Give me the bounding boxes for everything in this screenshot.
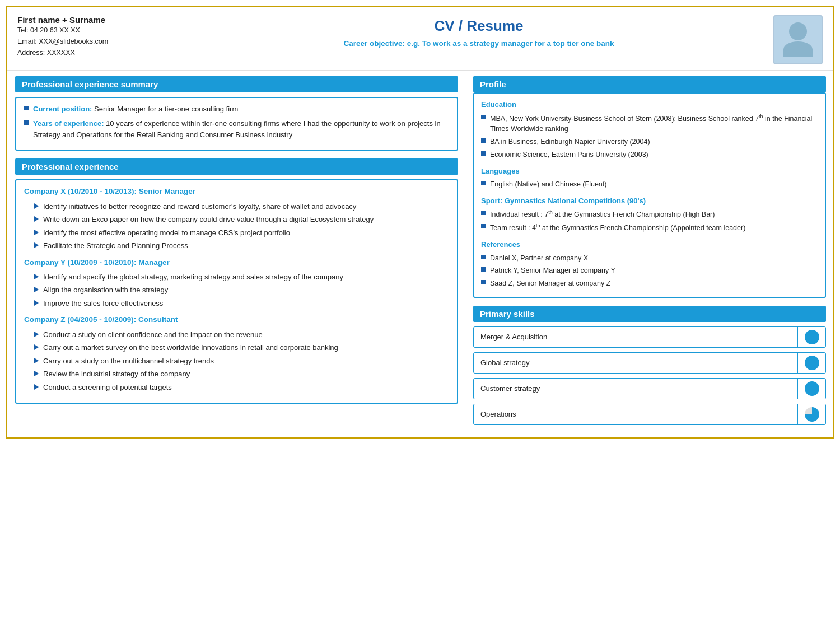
bullet-sq [481, 181, 486, 185]
bullet-tri-icon [34, 344, 39, 350]
education-bullet-1: MBA, New York University-Business School… [481, 113, 818, 135]
avatar-icon [783, 22, 813, 57]
bullet-tri-icon [34, 216, 39, 222]
exp-bullet: Carry out a market survey on the best wo… [34, 342, 449, 353]
exp-bullet: Identify the most effective operating mo… [34, 227, 449, 239]
bullet-sq [481, 138, 486, 143]
company-z-title: Company Z (04/2005 - 10/2009): Consultan… [24, 314, 449, 325]
avatar [773, 15, 823, 64]
summary-text-1: Current position: Senior Manager for a t… [33, 104, 238, 115]
education-section: Education MBA, New York University-Busin… [481, 99, 818, 160]
company-z-bullets: Conduct a study on client confidence and… [34, 329, 449, 393]
experience-box: Company X (10/2010 - 10/2013): Senior Ma… [15, 179, 458, 404]
bullet-sq [481, 280, 486, 284]
address: Address: XXXXXX [17, 47, 197, 58]
skills-section-header: Primary skills [473, 306, 826, 322]
exp-bullet: Conduct a screening of potential targets [34, 382, 449, 393]
skill-indicator-global [797, 353, 825, 373]
bullet-tri-icon [34, 242, 39, 248]
avatar-head [789, 22, 807, 40]
bullet-sq [481, 267, 486, 272]
left-column: Professional experience summary Current … [7, 71, 466, 437]
languages-section: Languages English (Native) and Chinese (… [481, 166, 818, 190]
bullet-sq [481, 151, 486, 156]
circle-full-icon [805, 356, 819, 370]
bullet-sq [481, 224, 486, 228]
summary-bullet-2: Years of experience: 10 years of experie… [24, 118, 449, 141]
exp-bullet: Write down an Exco paper on how the comp… [34, 214, 449, 225]
career-objective: Career objective: e.g. To work as a stra… [197, 39, 761, 48]
circle-full-icon [805, 381, 819, 396]
avatar-body [783, 41, 813, 57]
header-center: CV / Resume Career objective: e.g. To wo… [197, 15, 761, 48]
summary-box: Current position: Senior Manager for a t… [15, 97, 458, 151]
skill-row-global: Global strategy [473, 352, 826, 374]
languages-bullet-1: English (Native) and Chinese (Fluent) [481, 179, 818, 190]
bullet-square-icon-2 [24, 120, 29, 125]
reference-bullet-1: Daniel X, Partner at company X [481, 253, 818, 264]
sport-bullet-2: Team result : 4th at the Gymnastics Fren… [481, 222, 818, 234]
current-position-label: Current position: [33, 105, 92, 113]
bullet-tri-icon [34, 274, 39, 279]
full-name: First name + Surname [17, 15, 197, 25]
bullet-tri-icon [34, 287, 39, 292]
skill-indicator-operations [797, 404, 825, 424]
skill-indicator-customer [797, 379, 825, 399]
summary-bullet-1: Current position: Senior Manager for a t… [24, 104, 449, 115]
references-section: References Daniel X, Partner at company … [481, 239, 818, 289]
reference-bullet-2: Patrick Y, Senior Manager at company Y [481, 265, 818, 276]
header-right [761, 15, 823, 64]
bullet-sq [481, 255, 486, 259]
profile-box: Education MBA, New York University-Busin… [473, 92, 826, 298]
skill-label-customer: Customer strategy [474, 380, 797, 396]
exp-bullet: Carry out a study on the multichannel st… [34, 356, 449, 367]
circle-threequarter-icon [805, 407, 819, 422]
company-x-bullets: Identify initiatives to better recognize… [34, 201, 449, 251]
education-title: Education [481, 99, 818, 110]
sport-section: Sport: Gymnastics National Competitions … [481, 195, 818, 234]
bullet-tri-icon [34, 332, 39, 337]
bullet-tri-icon [34, 371, 39, 376]
sport-bullet-1: Individual result : 7th at the Gymnastic… [481, 209, 818, 220]
page: First name + Surname Tel: 04 20 63 XX XX… [6, 6, 834, 439]
email: Email: XXX@slidebooks.com [17, 36, 197, 47]
exp-bullet: Conduct a study on client confidence and… [34, 329, 449, 340]
bullet-tri-icon [34, 300, 39, 306]
skill-row-customer: Customer strategy [473, 378, 826, 399]
bullet-square-icon [24, 106, 29, 110]
skill-indicator-merger [797, 327, 825, 347]
exp-bullet: Review the industrial strategy of the co… [34, 368, 449, 380]
sport-title: Sport: Gymnastics National Competitions … [481, 195, 818, 207]
summary-text-2: Years of experience: 10 years of experie… [33, 118, 449, 141]
references-title: References [481, 239, 818, 250]
reference-bullet-3: Saad Z, Senior Manager at company Z [481, 278, 818, 289]
education-bullet-2: BA in Business, Edinburgh Napier Univers… [481, 137, 818, 147]
right-column: Profile Education MBA, New York Universi… [466, 71, 833, 437]
languages-title: Languages [481, 166, 818, 177]
company-x-title: Company X (10/2010 - 10/2013): Senior Ma… [24, 186, 449, 197]
exp-bullet: Identify initiatives to better recognize… [34, 201, 449, 212]
contact-info: First name + Surname Tel: 04 20 63 XX XX… [17, 15, 197, 58]
company-y-bullets: Identify and specify the global strategy… [34, 272, 449, 309]
exp-bullet: Improve the sales force effectiveness [34, 298, 449, 309]
years-experience-label: Years of experience: [33, 119, 104, 128]
header: First name + Surname Tel: 04 20 63 XX XX… [7, 7, 833, 71]
circle-full-icon [805, 330, 819, 344]
skill-label-merger: Merger & Acquisition [474, 329, 797, 345]
skill-row-merger: Merger & Acquisition [473, 326, 826, 348]
bullet-tri-icon [34, 203, 39, 209]
experience-section-header: Professional experience [15, 158, 458, 175]
skills-section: Merger & Acquisition Global strategy Cus… [473, 326, 826, 425]
skill-label-global: Global strategy [474, 354, 797, 371]
exp-bullet: Identify and specify the global strategy… [34, 272, 449, 283]
summary-section-header: Professional experience summary [15, 76, 458, 92]
education-bullet-3: Economic Science, Eastern Paris Universi… [481, 150, 818, 160]
main-content: Professional experience summary Current … [7, 71, 833, 437]
cv-title: CV / Resume [197, 17, 761, 35]
company-y-title: Company Y (10/2009 - 10/2010): Manager [24, 257, 449, 268]
skill-label-operations: Operations [474, 406, 797, 422]
bullet-sq [481, 115, 486, 119]
tel: Tel: 04 20 63 XX XX [17, 25, 197, 36]
bullet-sq [481, 211, 486, 215]
bullet-tri-icon [34, 384, 39, 390]
